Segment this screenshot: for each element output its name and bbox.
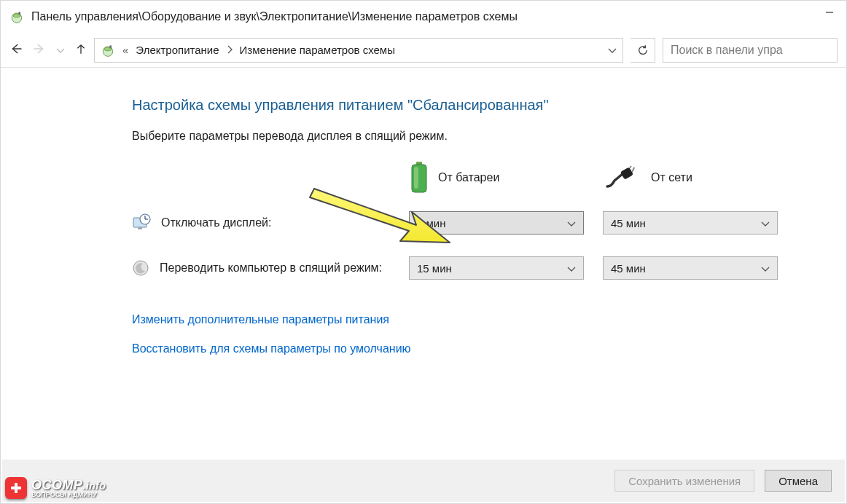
sleep-moon-icon	[132, 259, 149, 277]
svg-rect-22	[11, 487, 21, 489]
dropdown-display-battery[interactable]: 5 мин	[409, 211, 584, 235]
chevron-down-icon	[761, 262, 770, 275]
nav-back-button[interactable]	[9, 42, 23, 58]
refresh-button[interactable]	[631, 38, 655, 63]
search-input[interactable]: Поиск в панели упра	[663, 38, 838, 63]
navbar: « Электропитание Изменение параметров сх…	[1, 33, 846, 68]
minimize-button[interactable]	[813, 1, 846, 24]
cancel-button[interactable]: Отмена	[765, 470, 832, 492]
dropdown-value: 45 мин	[611, 217, 646, 229]
page-description: Выберите параметры перевода дисплея в сп…	[132, 130, 832, 143]
dropdown-value: 15 мин	[417, 262, 452, 275]
svg-rect-8	[110, 45, 112, 48]
chevron-down-icon	[567, 262, 576, 275]
watermark-brand: OCOMP	[31, 478, 83, 492]
power-options-icon	[101, 43, 115, 58]
svg-rect-2	[19, 12, 21, 15]
watermark: OCOMP.info ВОПРОСЫ АДМИНУ	[5, 477, 106, 499]
nav-up-button[interactable]	[75, 42, 87, 58]
setting-label-text: Отключать дисплей:	[161, 216, 271, 229]
address-dropdown[interactable]	[602, 44, 622, 56]
power-plug-icon	[606, 166, 642, 189]
dropdown-sleep-battery[interactable]: 15 мин	[409, 256, 584, 280]
svg-rect-9	[416, 162, 422, 165]
page-title: Настройка схемы управления питанием "Сба…	[132, 97, 832, 114]
setting-row-display-off: Отключать дисплей: 5 мин 45 мин	[132, 211, 832, 235]
dropdown-sleep-plugged[interactable]: 45 мин	[603, 256, 778, 280]
titlebar: Панель управления\Оборудование и звук\Эл…	[1, 1, 846, 33]
column-header-plugged: От сети	[606, 166, 803, 189]
watermark-sub: ВОПРОСЫ АДМИНУ	[31, 492, 106, 498]
watermark-suffix: .info	[83, 480, 106, 492]
breadcrumb-overflow[interactable]: «	[122, 44, 128, 56]
footer: Сохранить изменения Отмена	[2, 460, 845, 502]
nav-recent-dropdown[interactable]	[56, 44, 65, 56]
power-options-icon	[9, 9, 24, 24]
chevron-down-icon	[761, 217, 770, 229]
svg-rect-12	[620, 167, 633, 179]
chevron-down-icon	[567, 217, 576, 229]
svg-line-13	[628, 166, 633, 168]
dropdown-value: 5 мин	[417, 217, 446, 229]
search-placeholder: Поиск в панели упра	[671, 44, 783, 57]
setting-label-text: Переводить компьютер в спящий режим:	[160, 261, 382, 275]
nav-forward-button[interactable]	[33, 42, 46, 58]
column-header-battery: От батареи	[409, 162, 606, 194]
main-content: Настройка схемы управления питанием "Сба…	[1, 68, 846, 370]
svg-rect-11	[414, 167, 418, 189]
save-button[interactable]: Сохранить изменения	[614, 470, 754, 492]
svg-rect-16	[138, 227, 142, 229]
breadcrumb-item[interactable]: Изменение параметров схемы	[234, 41, 401, 59]
watermark-badge-icon	[5, 477, 27, 499]
address-bar[interactable]: « Электропитание Изменение параметров сх…	[94, 38, 623, 63]
chevron-right-icon	[227, 44, 233, 56]
setting-row-sleep: Переводить компьютер в спящий режим: 15 …	[132, 256, 832, 280]
column-header-label: От батареи	[438, 171, 499, 184]
link-restore-defaults[interactable]: Восстановить для схемы параметры по умол…	[132, 342, 832, 355]
dropdown-display-plugged[interactable]: 45 мин	[603, 211, 778, 235]
battery-icon	[409, 162, 429, 194]
link-advanced-settings[interactable]: Изменить дополнительные параметры питани…	[132, 313, 832, 326]
monitor-timeout-icon	[132, 213, 151, 232]
window-title: Панель управления\Оборудование и звук\Эл…	[31, 10, 518, 23]
column-header-label: От сети	[651, 171, 692, 184]
dropdown-value: 45 мин	[611, 262, 646, 275]
breadcrumb-item[interactable]: Электропитание	[130, 41, 225, 59]
